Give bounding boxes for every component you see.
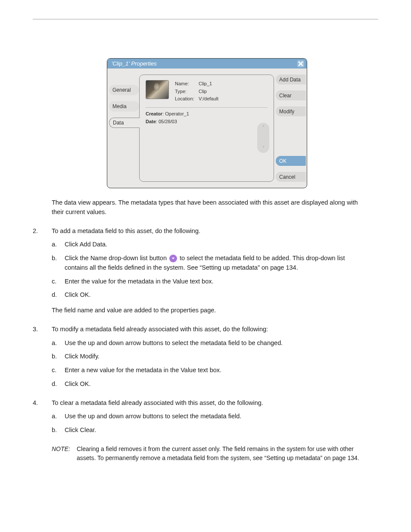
location-value: V:/default [199, 95, 218, 103]
name-value: Clip_1 [199, 80, 212, 88]
location-label: Location: [175, 95, 199, 103]
tab-media[interactable]: Media [109, 101, 139, 112]
tab-column: General Media Data [107, 68, 139, 188]
titlebar: 'Clip_1' Properties [107, 59, 307, 68]
dialog-title: 'Clip_1' Properties [112, 60, 157, 67]
clip-thumbnail [146, 80, 169, 99]
cancel-button[interactable]: Cancel [276, 172, 306, 182]
button-column: Add Data Clear Modify OK Cancel [276, 68, 307, 188]
paragraph: The data view appears. The metadata type… [52, 198, 368, 217]
step-2: 2. To add a metadata field to this asset… [52, 227, 368, 315]
tab-general[interactable]: General [109, 85, 139, 95]
creator-line: Creator: Operator_1 [146, 111, 268, 116]
type-label: Type: [175, 88, 199, 96]
add-data-button[interactable]: Add Data [276, 75, 306, 84]
clear-button[interactable]: Clear [276, 90, 306, 100]
close-icon[interactable] [297, 60, 304, 67]
chevron-down-icon[interactable]: ˅ [262, 146, 265, 150]
tab-data[interactable]: Data [109, 118, 140, 128]
step-4: 4. To clear a metadata field already ass… [52, 398, 368, 435]
modify-button[interactable]: Modify [276, 106, 306, 116]
dropdown-icon [169, 255, 177, 262]
type-value: Clip [199, 88, 207, 96]
clip-meta: Name:Clip_1 Type:Clip Location:V:/defaul… [175, 80, 218, 103]
note: NOTE: Clearing a field removes it from t… [52, 445, 368, 463]
step-3: 3. To modify a metadata field already as… [52, 325, 368, 389]
chevron-up-icon[interactable]: ˄ [262, 125, 265, 130]
properties-dialog: 'Clip_1' Properties General Media Data N… [107, 58, 307, 188]
name-label: Name: [175, 80, 199, 88]
scroll-control[interactable]: ˄ ˅ [257, 123, 269, 153]
ok-button[interactable]: OK [276, 156, 306, 166]
content-pane: Name:Clip_1 Type:Clip Location:V:/defaul… [139, 75, 274, 182]
divider [33, 19, 378, 19]
date-line: Date: 05/28/03 [146, 119, 268, 124]
